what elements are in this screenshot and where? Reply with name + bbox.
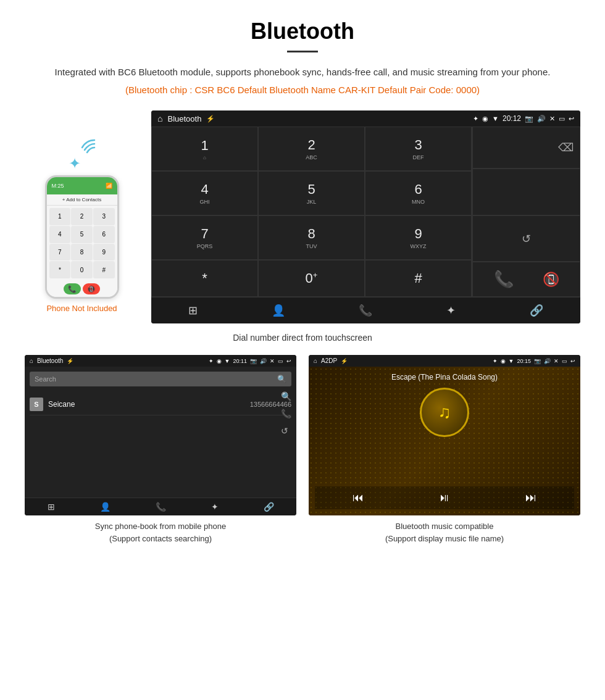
- contacts-nav-link[interactable]: 🔗: [264, 502, 274, 512]
- contact-item[interactable]: S Seicane 13566664466: [30, 394, 291, 415]
- music-cam-icon: 📷: [534, 358, 541, 364]
- redial-icon: ↺: [522, 232, 531, 246]
- page-title: Bluetooth: [25, 19, 580, 44]
- side-phone-icon[interactable]: 📞: [281, 409, 291, 419]
- play-pause-icon[interactable]: ⏯: [439, 491, 450, 504]
- back-icon[interactable]: ↩: [569, 115, 574, 123]
- contacts-loc-icon: ◉: [217, 358, 222, 364]
- music-close-icon[interactable]: ✕: [554, 358, 559, 364]
- contacts-topbar: ⌂ Bluetooth ⚡ ✦ ◉ ▼ 20:11 📷 🔊 ✕ ▭ ↩: [25, 355, 296, 367]
- contacts-cam-icon: 📷: [250, 358, 257, 364]
- contact-name: Seicane: [48, 400, 245, 409]
- prev-track-icon[interactable]: ⏮: [353, 491, 364, 504]
- phone-key-0: 0: [71, 261, 93, 278]
- contacts-nav-dialpad[interactable]: ⊞: [48, 502, 55, 512]
- dial-topbar-right: ✦ ◉ ▼ 20:12 📷 🔊 ✕ ▭ ↩: [473, 114, 574, 123]
- phone-mockup: M:25 📶 + Add to Contacts 1 2 3 4 5 6 7 8…: [45, 175, 119, 299]
- phone-key-hash: #: [93, 261, 115, 278]
- bt-nav-icon[interactable]: ✦: [446, 304, 456, 317]
- contacts-back-icon[interactable]: ↩: [286, 358, 291, 364]
- phone-key-1: 1: [49, 208, 71, 225]
- search-placeholder: Search: [35, 375, 277, 383]
- page-wrapper: Bluetooth Integrated with BC6 Bluetooth …: [0, 0, 605, 578]
- phone-carrier: M:25: [52, 183, 64, 189]
- music-song-title: Escape (The Pina Colada Song): [391, 373, 498, 381]
- music-note-icon: ♫: [438, 402, 451, 422]
- key-hash[interactable]: #: [365, 260, 472, 297]
- key-star[interactable]: *: [151, 260, 258, 297]
- key-5[interactable]: 5JKL: [258, 171, 365, 215]
- contacts-screen-title: Bluetooth: [37, 357, 63, 364]
- contacts-nav-bt[interactable]: ✦: [211, 502, 219, 512]
- page-description: Integrated with BC6 Bluetooth module, su…: [25, 65, 580, 80]
- camera-icon: 📷: [525, 115, 533, 123]
- music-home-icon[interactable]: ⌂: [314, 357, 317, 364]
- key-0[interactable]: 0+: [258, 260, 365, 297]
- phone-key-6: 6: [93, 226, 115, 243]
- contacts-home-icon[interactable]: ⌂: [30, 357, 33, 364]
- contacts-screen-wrap: ⌂ Bluetooth ⚡ ✦ ◉ ▼ 20:11 📷 🔊 ✕ ▭ ↩: [25, 355, 296, 544]
- dialpad-call-buttons: 📞 📵: [472, 262, 580, 297]
- music-bt-icon: ✦: [493, 358, 498, 364]
- key-3[interactable]: 3DEF: [365, 127, 472, 171]
- dial-bottombar: ⊞ 👤 📞 ✦ 🔗: [151, 297, 580, 323]
- key-4[interactable]: 4GHI: [151, 171, 258, 215]
- phone-key-7: 7: [49, 244, 71, 261]
- contacts-nav-person[interactable]: 👤: [100, 502, 111, 512]
- dial-topbar-left: ⌂ Bluetooth ⚡: [157, 114, 215, 123]
- contacts-vol-icon: 🔊: [260, 358, 267, 364]
- music-controls: ⏮ ⏯ ⏭: [315, 486, 574, 509]
- key-8[interactable]: 8TUV: [258, 215, 365, 260]
- dial-caption: Dial number direct from touchscreen: [25, 333, 580, 343]
- side-search-icon[interactable]: 🔍: [281, 391, 291, 401]
- backspace-icon[interactable]: ⌫: [558, 141, 574, 154]
- green-call-icon[interactable]: 📞: [494, 270, 514, 289]
- dial-topbar: ⌂ Bluetooth ⚡ ✦ ◉ ▼ 20:12 📷 🔊 ✕ ▭ ↩: [151, 110, 580, 127]
- key-6[interactable]: 6MNO: [365, 171, 472, 215]
- phone-call-row: 📞 📵: [47, 281, 117, 297]
- contacts-close-icon[interactable]: ✕: [270, 358, 275, 364]
- key-9[interactable]: 9WXYZ: [365, 215, 472, 260]
- phone-key-star: *: [49, 261, 71, 278]
- music-back-icon[interactable]: ↩: [570, 358, 575, 364]
- phone-key-8: 8: [71, 244, 93, 261]
- phone-screen: M:25 📶 + Add to Contacts 1 2 3 4 5 6 7 8…: [47, 177, 117, 297]
- title-divider: [287, 51, 318, 52]
- home-icon[interactable]: ⌂: [157, 114, 162, 123]
- red-call-icon[interactable]: 📵: [543, 272, 559, 288]
- key-1[interactable]: 1⌂: [151, 127, 258, 171]
- bluetooth-waves-container: ✦: [64, 135, 101, 172]
- link-nav-icon[interactable]: 🔗: [530, 304, 543, 317]
- dialpad-nav-icon[interactable]: ⊞: [188, 304, 198, 317]
- dial-display: ⌫: [472, 127, 580, 169]
- contacts-nav-icon[interactable]: 👤: [272, 304, 285, 317]
- volume-icon: 🔊: [537, 115, 546, 123]
- phone-illustration: ✦ M:25 📶 + Add to Contacts: [25, 110, 139, 313]
- phone-not-included-label: Phone Not Included: [46, 304, 117, 313]
- contacts-topbar-right: ✦ ◉ ▼ 20:11 📷 🔊 ✕ ▭ ↩: [209, 358, 291, 364]
- key-2[interactable]: 2ABC: [258, 127, 365, 171]
- music-topbar: ⌂ A2DP ⚡ ✦ ◉ ▼ 20:15 📷 🔊 ✕ ▭ ↩: [309, 355, 580, 367]
- music-screen-wrap: ⌂ A2DP ⚡ ✦ ◉ ▼ 20:15 📷 🔊 ✕ ▭ ↩: [309, 355, 580, 544]
- dial-car-screen: ⌂ Bluetooth ⚡ ✦ ◉ ▼ 20:12 📷 🔊 ✕ ▭ ↩: [151, 110, 580, 323]
- music-vol-icon: 🔊: [544, 358, 551, 364]
- contacts-body: Search 🔍 S Seicane 13566664466 🔍 📞 ↺: [25, 367, 296, 498]
- music-window-icon: ▭: [562, 358, 567, 364]
- phone-key-5: 5: [71, 226, 93, 243]
- dial-screen-title: Bluetooth: [167, 114, 201, 123]
- phone-key-2: 2: [71, 208, 93, 225]
- phone-nav-icon[interactable]: 📞: [359, 304, 372, 317]
- music-album-art: ♫: [420, 388, 469, 437]
- dialpad-redial-area[interactable]: ↺: [472, 215, 580, 262]
- contacts-nav-phone[interactable]: 📞: [156, 502, 166, 512]
- contact-avatar: S: [30, 398, 43, 411]
- key-7[interactable]: 7PQRS: [151, 215, 258, 260]
- side-refresh-icon[interactable]: ↺: [281, 426, 291, 436]
- phone-red-call-btn: 📵: [83, 283, 100, 294]
- contacts-search-bar[interactable]: Search 🔍: [30, 372, 291, 386]
- wifi-icon: ▼: [492, 115, 499, 122]
- close-icon[interactable]: ✕: [549, 115, 555, 123]
- next-track-icon[interactable]: ⏭: [525, 491, 536, 504]
- music-usb-icon: ⚡: [341, 358, 348, 364]
- music-screen-title: A2DP: [321, 357, 337, 364]
